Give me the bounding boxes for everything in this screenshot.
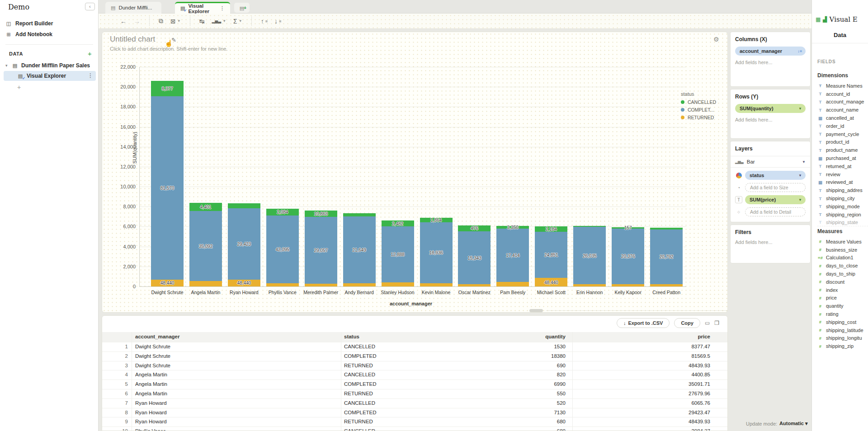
bar-segment-completed[interactable]: 12,888 xyxy=(382,226,414,282)
bar-segment-cancelled[interactable] xyxy=(228,203,260,208)
bar-segment-returned[interactable] xyxy=(382,282,414,286)
field-dimension-account_id[interactable]: Taccount_id xyxy=(817,90,868,98)
column-header-price[interactable]: price xyxy=(599,334,710,339)
table-row[interactable]: 8Ryan HowardCOMPLETED713029423.47 xyxy=(102,408,728,418)
tree-expand-caret[interactable]: ▾ xyxy=(5,63,8,68)
columns-add-placeholder[interactable]: Add fields here... xyxy=(735,60,806,65)
sort-ascending-button[interactable]: ↑≡ xyxy=(261,18,267,25)
bar-segment-cancelled[interactable] xyxy=(573,226,606,227)
table-row[interactable]: 2Dwight SchruteCOMPLETED1838081569.5 xyxy=(102,352,728,361)
bar-segment-completed[interactable]: 17,414 xyxy=(496,229,529,282)
sort-descending-icon[interactable]: ↓≡ xyxy=(797,49,802,53)
field-measure-shipping_cost[interactable]: #shipping_cost xyxy=(817,318,868,326)
bar-segment-completed[interactable]: 20,376 xyxy=(612,229,644,285)
copy-button[interactable]: Copy xyxy=(674,318,700,328)
maximize-icon[interactable]: ❐ xyxy=(714,320,719,326)
sidebar-item-datasource[interactable]: ▤ Dunder Mifflin Paper Sales xyxy=(12,62,96,69)
bar-segment-cancelled[interactable]: 3,350 xyxy=(496,226,529,229)
table-row[interactable]: 1Dwight SchruteCANCELLED15308377.47 xyxy=(102,342,728,352)
field-measure-shipping_latitude[interactable]: #shipping_latitude xyxy=(817,326,868,334)
bar-segment-completed[interactable]: 18,936 xyxy=(420,222,453,283)
field-dimension-review[interactable]: Treview xyxy=(817,170,868,178)
field-dimension-product_id[interactable]: Tproduct_id xyxy=(817,138,868,146)
table-row[interactable]: 3Dwight SchruteRETURNED69048439.93 xyxy=(102,361,728,371)
field-dimension-reviewed_at[interactable]: ▦reviewed_at xyxy=(817,178,868,187)
column-header-account-manager[interactable]: account_manager xyxy=(135,334,271,339)
size-field-placeholder[interactable]: Add a field to Size xyxy=(745,183,806,192)
text-pill-sum-price[interactable]: SUM(price) ▼ xyxy=(745,195,806,204)
bar-segment-completed[interactable]: 42,095 xyxy=(266,216,299,284)
bar-segment-cancelled[interactable]: 8,377 xyxy=(151,81,184,96)
bar-segment-returned[interactable] xyxy=(343,283,376,286)
table-row[interactable]: 7Ryan HowardCANCELLED5206065.76 xyxy=(102,399,728,408)
table-row[interactable]: 6Angela MartinRETURNED55027679.96 xyxy=(102,389,728,399)
tab-datasource[interactable]: ▤ Dunder Miffli... xyxy=(105,2,161,14)
legend-item-cancelled[interactable]: CANCELLED xyxy=(681,99,716,105)
clear-chart-button[interactable]: ⊠▼ xyxy=(170,18,181,25)
field-dimension-account_manage[interactable]: Taccount_manage xyxy=(817,98,868,106)
column-header-quantity[interactable]: quantity xyxy=(459,334,566,339)
sidebar-item-report-builder[interactable]: ◫ Report Builder xyxy=(5,19,94,28)
chart-title[interactable]: Untitled chart xyxy=(110,35,155,44)
table-row[interactable]: 9Ryan HowardRETURNED68048439.93 xyxy=(102,417,728,427)
tab-visual-explorer[interactable]: ▤ Visual Explorer ⋮ xyxy=(175,2,230,14)
split-drag-handle[interactable] xyxy=(529,309,543,312)
chevron-down-icon[interactable]: ▼ xyxy=(798,173,802,178)
bar-segment-cancelled[interactable]: 2,084 xyxy=(266,209,299,216)
chart-settings-gear-icon[interactable]: ⚙ xyxy=(713,36,719,43)
bar-segment-completed[interactable]: 26,035 xyxy=(573,227,606,284)
bar-segment-returned[interactable]: 48,440 xyxy=(151,280,184,286)
field-dimension-cancelled_at[interactable]: ▦cancelled_at xyxy=(817,114,868,122)
field-dimension-shipping_city[interactable]: Tshipping_city xyxy=(817,194,868,202)
field-dimension-account_name[interactable]: Taccount_name xyxy=(817,106,868,114)
table-row[interactable]: 4Angela MartinCANCELLED8204400.85 xyxy=(102,370,728,380)
mark-type-selector[interactable]: ▂▅▃ Bar ▼ xyxy=(731,156,810,168)
minimize-icon[interactable]: ▭ xyxy=(705,320,710,326)
edit-title-pencil-icon[interactable]: ✎ xyxy=(171,37,176,43)
field-measure-Calculation1[interactable]: =#Calculation1 xyxy=(817,254,868,262)
field-measure-Measure Values[interactable]: #Measure Values xyxy=(817,238,868,246)
tab-menu-icon[interactable]: ⋮ xyxy=(220,5,225,11)
field-measure-days_to_close[interactable]: #days_to_close xyxy=(817,262,868,270)
field-measure-index[interactable]: #index xyxy=(817,286,868,294)
bar-segment-cancelled[interactable] xyxy=(650,228,683,230)
sidebar-item-visual-explorer[interactable]: ▤ Visual Explorer ⋮ xyxy=(4,71,96,81)
new-tab-button[interactable]: ▤ xyxy=(234,3,250,13)
update-mode-selector[interactable]: Automatic ▾ xyxy=(779,421,807,426)
field-measure-shipping_zip[interactable]: #shipping_zip xyxy=(817,342,868,350)
bar-segment-cancelled[interactable]: 2,482 xyxy=(382,220,414,227)
field-dimension-shipping_mode[interactable]: Tshipping_mode xyxy=(817,202,868,211)
tab-data[interactable]: Data xyxy=(812,32,868,43)
rows-pill-sum-quantity[interactable]: SUM(quantity) ▼ xyxy=(735,104,806,113)
filters-add-placeholder[interactable]: Add fields here... xyxy=(735,239,806,245)
export-csv-button[interactable]: ↓ Export to .CSV xyxy=(617,318,670,328)
field-measure-quantity[interactable]: #quantity xyxy=(817,302,868,310)
field-measure-rating[interactable]: #rating xyxy=(817,310,868,318)
bar-segment-cancelled[interactable]: 1,864 xyxy=(420,218,453,223)
field-dimension-product_name[interactable]: Tproduct_name xyxy=(817,146,868,154)
bar-segment-cancelled[interactable]: 2,184 xyxy=(535,226,567,232)
field-measure-discount[interactable]: #discount xyxy=(817,278,868,286)
field-dimension-shipping_region[interactable]: Tshipping_region xyxy=(817,211,868,219)
bar-segment-completed[interactable]: 29,057 xyxy=(305,217,337,283)
bar-segment-returned[interactable]: 48,440 xyxy=(535,278,567,286)
field-dimension-payment_cycle[interactable]: Tpayment_cycle xyxy=(817,130,868,138)
bar-segment-completed[interactable]: 21,649 xyxy=(343,216,376,283)
sidebar-item-add-notebook[interactable]: ⊞ Add Notebook xyxy=(5,30,94,39)
field-measure-price[interactable]: #price xyxy=(817,294,868,302)
field-dimension-order_id[interactable]: Torder_id xyxy=(817,122,868,130)
bar-segment-completed[interactable]: 20,792 xyxy=(650,230,683,284)
bar-segment-completed[interactable]: 81,570 xyxy=(151,96,184,280)
bar-segment-returned[interactable] xyxy=(420,283,453,286)
field-dimension-returned_at[interactable]: Treturned_at xyxy=(817,162,868,170)
bar-segment-completed[interactable]: 24,851 xyxy=(535,232,567,278)
field-dimension-purchased_at[interactable]: ▦purchased_at xyxy=(817,154,868,162)
duplicate-chart-button[interactable]: ⧉ xyxy=(159,17,163,25)
field-measure-days_to_ship[interactable]: #days_to_ship xyxy=(817,270,868,278)
chart-description-placeholder[interactable]: Click to add chart description. Shift-en… xyxy=(110,46,227,52)
chart-type-button[interactable]: ▂▅▃▼ xyxy=(212,19,226,23)
chevron-down-icon[interactable]: ▼ xyxy=(798,107,802,111)
add-datasource-button[interactable]: + xyxy=(88,50,92,57)
bar-segment-returned[interactable] xyxy=(266,283,299,286)
bar-segment-cancelled[interactable]: 157 xyxy=(612,227,644,229)
